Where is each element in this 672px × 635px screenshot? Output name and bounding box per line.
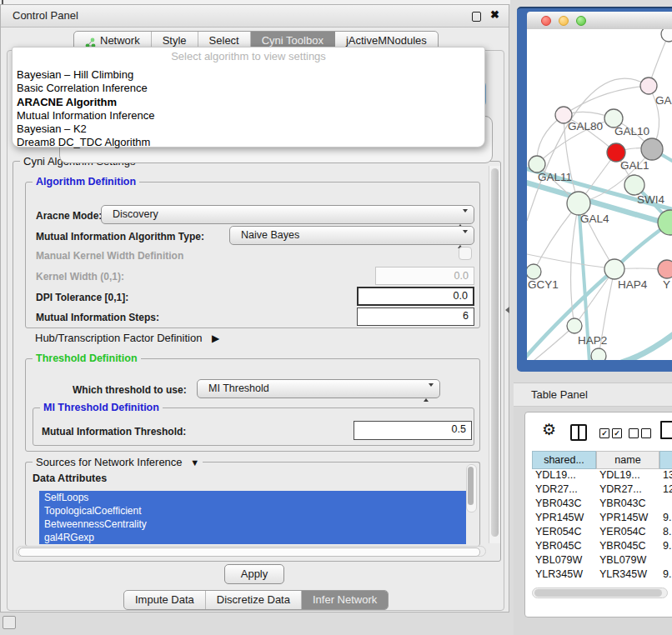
table-row[interactable]: YLR345WYLR345W9. xyxy=(532,568,672,582)
table-row[interactable]: YBR043CYBR043C xyxy=(532,498,672,512)
table-cell xyxy=(659,554,672,568)
select-all-columns-icon[interactable]: ✓ ✓ xyxy=(599,428,622,438)
restore-panel-icon[interactable] xyxy=(3,616,16,629)
data-attribute-item-selected[interactable]: gal4RGexp xyxy=(39,531,466,544)
table-window: ⚙ ✓ ✓ shared...name YDL19...YDL19...13YD… xyxy=(524,412,672,618)
deselect-all-columns-icon[interactable] xyxy=(629,428,651,438)
aracne-mode-select[interactable]: Discovery xyxy=(101,205,474,224)
table-row[interactable]: YDL19...YDL19...13 xyxy=(532,469,672,483)
table-cell: YER054C xyxy=(532,526,596,540)
column-header-shared...[interactable]: shared... xyxy=(532,451,596,469)
mi-steps-field[interactable]: 6 xyxy=(357,308,474,326)
node-bottom[interactable] xyxy=(591,348,606,360)
tab-impute-data[interactable]: Impute Data xyxy=(124,591,206,609)
mi-steps-label: Mutual Information Steps: xyxy=(36,312,159,323)
settings-horizontal-scrollbar-thumb[interactable] xyxy=(18,548,480,557)
sources-group-title[interactable]: Sources for Network Inference ▼ xyxy=(33,456,203,468)
table-cell: YBR043C xyxy=(596,498,659,512)
window-close-icon[interactable] xyxy=(541,16,551,26)
data-attribute-item-selected[interactable]: TopologicalCoefficient xyxy=(39,504,466,518)
collapse-down-icon[interactable]: ▼ xyxy=(190,458,199,468)
settings-vertical-scrollbar-thumb[interactable] xyxy=(491,168,499,537)
mi-threshold-field[interactable]: 0.5 xyxy=(354,421,472,440)
table-row[interactable]: YDR27...YDR27...12 xyxy=(532,483,672,498)
cyni-algorithm-settings-group: Cyni Algorithm Settings Algorithm Defini… xyxy=(13,161,501,562)
column-header-partial[interactable] xyxy=(659,451,672,469)
window-zoom-icon[interactable] xyxy=(576,16,586,26)
node-gcy1[interactable] xyxy=(527,264,541,279)
algorithm-option[interactable]: Bayesian – K2 xyxy=(13,122,484,136)
table-horizontal-scrollbar-thumb[interactable] xyxy=(534,589,662,597)
float-window-icon[interactable] xyxy=(472,12,481,22)
tab-discretize-data[interactable]: Discretize Data xyxy=(206,591,302,609)
data-attribute-item-selected[interactable]: SelfLoops xyxy=(39,491,466,504)
mi-algorithm-type-select[interactable]: Naive Bayes xyxy=(229,226,474,245)
table-settings-gear-icon[interactable]: ⚙ xyxy=(542,422,556,438)
column-header-name[interactable]: name xyxy=(596,451,659,469)
data-attribute-item-selected[interactable]: BetweennessCentrality xyxy=(39,518,466,531)
network-window-titlebar[interactable] xyxy=(527,12,672,30)
sources-title-text: Sources for Network Inference xyxy=(36,456,183,468)
node-gal4[interactable] xyxy=(567,192,590,215)
algorithm-option[interactable]: Mutual Information Inference xyxy=(13,109,484,122)
node-gray[interactable] xyxy=(641,138,663,160)
table-row[interactable]: YBL079WYBL079W xyxy=(532,554,672,568)
expand-right-icon[interactable]: ▶ xyxy=(212,332,219,344)
table-row[interactable]: YBR045CYBR045C9. xyxy=(532,540,672,554)
mi-threshold-definition-title: MI Threshold Definition xyxy=(40,402,163,413)
table-cell: YPR145W xyxy=(596,512,659,526)
table-cell: YDR27... xyxy=(596,483,659,498)
kernel-width-field[interactable]: 0.0 xyxy=(375,267,474,285)
algorithm-option[interactable]: Dream8 DC_TDC Algorithm xyxy=(13,136,484,149)
unchecked-box-icon xyxy=(629,428,639,438)
table-cell: YBL079W xyxy=(596,554,659,568)
node-hap2[interactable] xyxy=(567,318,582,333)
table-cell: 9. xyxy=(659,568,672,582)
tab-infer-network[interactable]: Infer Network xyxy=(302,591,388,609)
tab-label: Discretize Data xyxy=(217,591,290,609)
tab-label: Impute Data xyxy=(135,591,194,609)
table-cell: YBR045C xyxy=(596,540,659,554)
table-row[interactable]: YPR145WYPR145W9. xyxy=(532,512,672,526)
mi-threshold-definition-group: MI Threshold Definition Mutual Informati… xyxy=(33,408,474,446)
algorithm-option[interactable]: Bayesian – Hill Climbing xyxy=(13,68,484,82)
manual-kernel-width-checkbox[interactable] xyxy=(459,247,472,260)
node-gal-pink[interactable] xyxy=(640,78,657,94)
which-threshold-select[interactable]: MI Threshold xyxy=(197,379,440,398)
manual-kernel-width-label: Manual Kernel Width Definition xyxy=(36,250,183,262)
network-edge-thick xyxy=(621,334,672,360)
node-swi4[interactable] xyxy=(624,175,644,195)
node-label-gcy1: GCY1 xyxy=(528,278,559,291)
window-minimize-icon[interactable] xyxy=(559,16,569,26)
table-panel-titlebar: Table Panel xyxy=(514,382,672,407)
sources-for-network-inference-group: Sources for Network Inference ▼ Data Att… xyxy=(25,462,480,546)
checked-box-icon: ✓ xyxy=(599,428,609,438)
column-layout-icon[interactable] xyxy=(570,424,587,441)
network-canvas[interactable]: GALGAL80GAL10GAL1GAL11SWI4GAL4GCY1HAP4YH… xyxy=(527,29,672,360)
app-root: Control Panel ✖ NetworkStyleSelectCyni T… xyxy=(0,0,672,635)
panel-collapse-arrow[interactable] xyxy=(505,307,509,313)
hub-transcription-factor-section[interactable]: Hub/Transcription Factor Definition ▶ xyxy=(35,332,219,344)
table-cell: YLR345W xyxy=(596,568,659,582)
attributes-scrollbar-thumb[interactable] xyxy=(468,467,474,505)
dpi-tolerance-field[interactable]: 0.0 xyxy=(357,287,474,306)
apply-button[interactable]: Apply xyxy=(224,564,284,584)
algorithm-option[interactable]: Basic Correlation Inference xyxy=(13,82,484,95)
aracne-mode-label: Aracne Mode: xyxy=(36,210,102,222)
checked-box-icon: ✓ xyxy=(612,428,622,438)
table-row[interactable]: YER054CYER054C8. xyxy=(532,526,672,540)
new-table-document-icon[interactable] xyxy=(660,421,672,439)
network-tab-icon xyxy=(85,36,96,47)
close-panel-icon[interactable]: ✖ xyxy=(490,8,499,21)
mi-algorithm-type-label: Mutual Information Algorithm Type: xyxy=(36,231,204,242)
stepper-icon xyxy=(458,231,468,248)
data-attributes-list: SelfLoopsTopologicalCoefficientBetweenne… xyxy=(39,491,466,544)
algorithm-option[interactable]: ARACNE Algorithm xyxy=(13,96,484,109)
node-salmon[interactable] xyxy=(658,260,672,278)
node-top[interactable] xyxy=(661,29,672,42)
node-gal11[interactable] xyxy=(529,156,545,172)
node-hap4[interactable] xyxy=(604,259,624,279)
threshold-definition-group: Threshold Definition Which threshold to … xyxy=(25,358,480,452)
mi-threshold-label: Mutual Information Threshold: xyxy=(42,426,186,438)
node-label-gal4: GAL4 xyxy=(580,212,609,225)
